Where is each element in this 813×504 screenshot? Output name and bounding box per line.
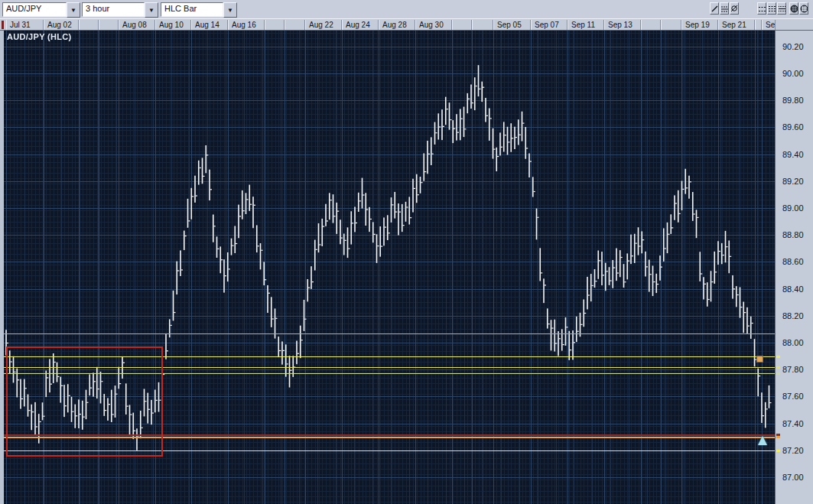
grid-dots-sparse-icon xyxy=(759,5,766,12)
date-cell-blank xyxy=(265,20,285,30)
price-label-87.40: 87.40 xyxy=(782,419,804,428)
date-cell-sep-05: Sep 05 xyxy=(493,20,531,30)
chart-symbol-label: AUD/JPY (HLC) xyxy=(7,32,71,41)
date-cell-blank xyxy=(79,20,99,30)
grid-dots-dense-icon xyxy=(779,5,785,12)
red-selection-rectangle[interactable] xyxy=(6,346,163,457)
symbol-dropdown[interactable]: AUD/JPY ▼ xyxy=(2,2,80,16)
axis-tick-marker xyxy=(776,436,780,438)
trendline-icon xyxy=(711,5,718,12)
date-axis[interactable]: Jul 31Aug 02Aug 08Aug 10Aug 14Aug 16Aug … xyxy=(0,18,813,31)
date-cell-aug-08: Aug 08 xyxy=(119,20,155,30)
date-cell-blank xyxy=(661,20,681,30)
ellipse-slash-icon xyxy=(730,5,738,12)
price-label-89.80: 89.80 xyxy=(782,96,804,105)
price-label-88.20: 88.20 xyxy=(782,311,804,320)
price-axis[interactable]: 90.2090.0089.8089.6089.4089.2089.0088.80… xyxy=(775,31,813,504)
chart-type-dropdown[interactable]: HLC Bar ▼ xyxy=(161,2,237,16)
interval-dropdown-value[interactable]: 3 hour xyxy=(82,2,145,17)
grid-style-dense-button[interactable] xyxy=(777,2,786,15)
price-label-88.80: 88.80 xyxy=(782,230,804,239)
price-label-88.60: 88.60 xyxy=(782,257,804,266)
date-cell-blank xyxy=(452,20,472,30)
price-label-87.60: 87.60 xyxy=(782,392,804,401)
hatched-circle-icon xyxy=(790,5,798,13)
date-cell-sep-19: Sep 19 xyxy=(681,20,718,30)
square-marker[interactable] xyxy=(756,356,763,363)
interval-dropdown[interactable]: 3 hour ▼ xyxy=(82,2,158,16)
date-axis-left-tick xyxy=(2,21,4,29)
date-cell-aug-22: Aug 22 xyxy=(305,20,342,30)
date-cell-sep-11: Sep 11 xyxy=(567,20,604,30)
price-label-90.00: 90.00 xyxy=(782,69,804,78)
ellipse-tool-button[interactable] xyxy=(730,2,739,15)
date-cell-blank xyxy=(99,20,119,30)
date-cell-aug-16: Aug 16 xyxy=(228,20,265,30)
axis-tick-marker xyxy=(776,450,780,452)
price-label-87.00: 87.00 xyxy=(782,473,804,482)
axis-tick-marker xyxy=(776,356,780,358)
date-cell-sep-21: Sep 21 xyxy=(718,20,755,30)
chart-type-dropdown-value[interactable]: HLC Bar xyxy=(161,2,223,17)
theme-light-circle-button[interactable] xyxy=(799,2,808,15)
price-label-88.40: 88.40 xyxy=(782,285,804,294)
date-cell-blank xyxy=(472,20,493,30)
price-label-89.40: 89.40 xyxy=(782,150,804,159)
triangle-marker[interactable] xyxy=(758,436,767,445)
price-label-87.80: 87.80 xyxy=(782,365,804,374)
date-cell-blank xyxy=(285,20,305,30)
date-cell-jul-31: Jul 31 xyxy=(6,20,44,30)
chevron-down-icon[interactable]: ▼ xyxy=(223,2,237,18)
price-label-87.20: 87.20 xyxy=(782,446,804,455)
chart-area[interactable]: AUD/JPY (HLC) xyxy=(4,31,775,504)
grid-style-medium-button[interactable] xyxy=(767,2,776,15)
axis-tick-marker xyxy=(776,372,780,375)
chart-application-window: AUD/JPY ▼ 3 hour ▼ HLC Bar ▼ xyxy=(0,0,813,504)
price-label-89.20: 89.20 xyxy=(782,177,804,186)
grid-style-sparse-button[interactable] xyxy=(757,2,766,15)
trendline-tool-button[interactable] xyxy=(710,2,719,15)
date-cell-aug-24: Aug 24 xyxy=(342,20,379,30)
date-cell-sep-13: Sep 13 xyxy=(604,20,641,30)
price-label-89.60: 89.60 xyxy=(782,122,804,132)
axis-tick-marker xyxy=(776,366,780,369)
horizontal-line-tool-button[interactable] xyxy=(720,2,729,15)
date-cell-sep-07: Sep 07 xyxy=(531,20,567,30)
grid-dots-medium-icon xyxy=(769,5,776,12)
chevron-down-icon[interactable]: ▼ xyxy=(145,2,158,18)
date-cell-aug-10: Aug 10 xyxy=(155,20,191,30)
date-cell-aug-30: Aug 30 xyxy=(415,20,452,30)
date-cell-blank xyxy=(755,20,762,30)
date-cell-se: Se xyxy=(762,20,776,30)
date-cell-aug-02: Aug 02 xyxy=(44,20,79,30)
toolbar: AUD/JPY ▼ 3 hour ▼ HLC Bar ▼ xyxy=(0,0,813,19)
date-cell-aug-14: Aug 14 xyxy=(191,20,228,30)
date-cell-aug-28: Aug 28 xyxy=(379,20,415,30)
date-cell-blank xyxy=(641,20,661,30)
chevron-down-icon[interactable]: ▼ xyxy=(67,2,80,18)
price-label-88.00: 88.00 xyxy=(782,338,804,347)
price-label-90.20: 90.20 xyxy=(782,42,804,51)
horizontal-lines-icon xyxy=(721,5,728,12)
gray-resistance-line[interactable] xyxy=(4,333,775,334)
theme-dark-circle-button[interactable] xyxy=(789,2,798,15)
crosshatch-circle-icon xyxy=(800,5,808,13)
price-label-89.00: 89.00 xyxy=(782,203,804,213)
symbol-dropdown-value[interactable]: AUD/JPY xyxy=(2,2,67,17)
